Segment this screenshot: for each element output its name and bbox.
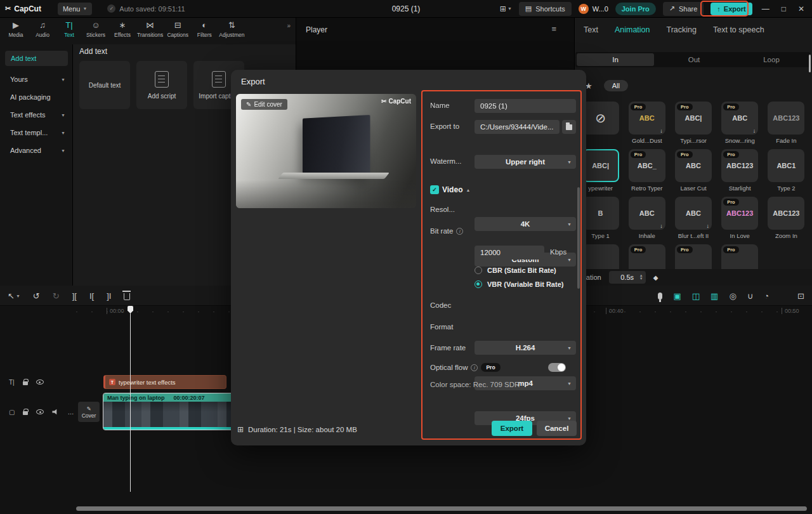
split-icon[interactable]: ][ bbox=[72, 291, 77, 301]
tab-text-to-speech[interactable]: Text to speech bbox=[713, 25, 764, 34]
subtab-loop[interactable]: Loop bbox=[733, 52, 810, 67]
player-menu-icon[interactable]: ≡ bbox=[551, 24, 556, 34]
animation-item[interactable]: ABC↓ Inhale bbox=[626, 197, 668, 239]
visibility-icon[interactable] bbox=[36, 409, 44, 414]
keyframe-icon[interactable]: ◆ bbox=[653, 274, 658, 281]
record-voiceover-icon[interactable] bbox=[658, 293, 662, 300]
delete-left-icon[interactable]: I[ bbox=[89, 291, 94, 301]
cover-button[interactable]: ✎ Cover bbox=[78, 402, 100, 422]
cbr-radio-row[interactable]: CBR (Static Bit Rate) bbox=[475, 267, 556, 274]
watermark-dropdown[interactable]: Upper right ▼ bbox=[475, 155, 576, 169]
animation-item-partial[interactable]: Pro bbox=[626, 244, 668, 269]
zoom-fit-icon[interactable]: ⊡ bbox=[797, 291, 804, 301]
share-button[interactable]: ↗ Share bbox=[663, 2, 704, 16]
animation-item[interactable]: ProABC↓ Snow...ring bbox=[719, 102, 761, 144]
animation-item[interactable]: ABC1 Type 2 bbox=[765, 149, 807, 192]
rail-item-text-effects[interactable]: Text effects▼ bbox=[0, 107, 73, 123]
cbr-radio[interactable] bbox=[475, 267, 482, 274]
topbar: ✂ CapCut Menu ▼ ✓ Auto saved: 09:51:11 0… bbox=[0, 0, 812, 18]
auto-snap-icon[interactable]: ◫ bbox=[692, 291, 700, 301]
close-button[interactable]: ✕ bbox=[796, 4, 807, 13]
maximize-button[interactable]: □ bbox=[779, 4, 789, 13]
delete-icon[interactable] bbox=[124, 291, 130, 300]
linking-icon[interactable]: ▥ bbox=[710, 291, 718, 301]
subtab-in[interactable]: In bbox=[577, 53, 654, 66]
duration-stepper[interactable]: 0.5s ▲▼ bbox=[609, 271, 646, 284]
menu-button[interactable]: Menu ▼ bbox=[58, 3, 92, 15]
collapse-caret-icon[interactable]: ▲ bbox=[466, 188, 470, 192]
resolution-dropdown[interactable]: 4K ▼ bbox=[475, 217, 576, 231]
tab-tracking[interactable]: Tracking bbox=[667, 25, 697, 34]
edit-cover-button[interactable]: ✎ Edit cover bbox=[241, 99, 287, 110]
animation-item[interactable]: ABC123 Fade In bbox=[765, 102, 807, 144]
animation-item[interactable]: ProABC123 In Love bbox=[719, 197, 761, 239]
add-text-button[interactable]: Add text bbox=[5, 51, 68, 66]
name-input[interactable] bbox=[475, 99, 576, 113]
animation-item[interactable]: ABC↓ Blur t...eft II bbox=[672, 197, 714, 239]
animation-item[interactable]: ProABC↓ Gold...Dust bbox=[626, 102, 668, 144]
rail-item-ai-packaging[interactable]: AI packaging bbox=[0, 89, 73, 105]
cancel-button[interactable]: Cancel bbox=[537, 421, 577, 436]
dialog-scrollbar[interactable] bbox=[577, 187, 580, 289]
visibility-icon[interactable] bbox=[36, 379, 44, 385]
animation-item[interactable]: ABC123 Zoom In bbox=[765, 197, 807, 239]
delete-right-icon[interactable]: ]I bbox=[107, 291, 111, 301]
render-gauge-icon[interactable]: ◔ bbox=[764, 291, 769, 301]
animation-item-partial[interactable]: Pro bbox=[672, 244, 714, 269]
undo-icon[interactable]: ↺ bbox=[33, 291, 40, 301]
optical-flow-toggle[interactable] bbox=[548, 363, 566, 372]
add-script-card[interactable]: Add script bbox=[136, 61, 187, 109]
preview-axis-icon[interactable]: ◎ bbox=[729, 291, 736, 301]
lock-icon[interactable] bbox=[23, 411, 28, 415]
right-panel-scrollbar[interactable] bbox=[809, 55, 811, 72]
rail-item-advanced[interactable]: Advanced▼ bbox=[0, 142, 73, 159]
tab-stickers[interactable]: ☺Stickers bbox=[82, 21, 109, 38]
export-confirm-button[interactable]: Export bbox=[492, 421, 532, 436]
tab-captions[interactable]: ⊟Captions bbox=[164, 21, 191, 38]
rail-item-text-templates[interactable]: Text templ...▼ bbox=[0, 124, 73, 141]
lock-icon[interactable] bbox=[23, 381, 28, 385]
magnet-icon[interactable]: ∪ bbox=[747, 291, 754, 301]
tab-media[interactable]: ▶Media bbox=[3, 21, 29, 38]
user-name[interactable]: W...0 bbox=[593, 5, 608, 13]
animation-item[interactable]: ProABC| Typi...rsor bbox=[672, 102, 714, 144]
vbr-radio-row[interactable]: VBR (Variable Bit Rate) bbox=[475, 280, 563, 288]
redo-icon[interactable]: ↻ bbox=[53, 291, 60, 301]
browse-folder-button[interactable] bbox=[562, 120, 576, 134]
animation-item[interactable]: ProABC Laser Cut bbox=[672, 149, 714, 192]
select-tool-icon[interactable]: ↖▼ bbox=[8, 291, 20, 301]
shortcuts-button[interactable]: ▤ Shortcuts bbox=[519, 2, 572, 16]
animation-item[interactable]: ProABC_ Retro Typer bbox=[626, 149, 668, 192]
filter-all-chip[interactable]: All bbox=[604, 80, 628, 91]
tab-filters[interactable]: ◐Filters bbox=[191, 21, 218, 38]
expand-tabs-icon[interactable]: » bbox=[287, 21, 294, 29]
layout-switch-icon[interactable]: ⊞▼ bbox=[500, 4, 512, 13]
minimize-button[interactable]: — bbox=[759, 4, 772, 13]
animation-item-partial[interactable]: Pro bbox=[719, 244, 761, 269]
timeline-horizontal-scrollbar[interactable] bbox=[76, 506, 807, 511]
tab-transitions[interactable]: ⋈Transitions bbox=[136, 21, 164, 38]
tab-adjustment[interactable]: ⇅Adjustmen bbox=[218, 21, 246, 38]
subtab-out[interactable]: Out bbox=[655, 52, 733, 67]
join-pro-button[interactable]: Join Pro bbox=[615, 3, 656, 15]
tab-text[interactable]: T|Text bbox=[56, 21, 82, 38]
default-text-card[interactable]: Default text bbox=[79, 61, 130, 109]
animation-item[interactable]: ProABC123 Starlight bbox=[719, 149, 761, 192]
export-button[interactable]: ↑ Export bbox=[710, 3, 752, 15]
rail-item-yours[interactable]: Yours▼ bbox=[0, 71, 73, 88]
main-track-magnet-icon[interactable]: ▣ bbox=[673, 291, 681, 301]
more-options-icon[interactable]: … bbox=[67, 409, 74, 416]
codec-dropdown[interactable]: H.264 ▼ bbox=[475, 341, 576, 355]
video-checkbox[interactable]: ✓ bbox=[430, 185, 439, 194]
tab-animation[interactable]: Animation bbox=[615, 25, 650, 34]
tab-effects[interactable]: ∗Effects bbox=[109, 21, 136, 38]
text-clip[interactable]: T typewriter text effects bbox=[103, 375, 226, 389]
mute-icon[interactable] bbox=[52, 409, 59, 415]
tab-audio[interactable]: ♫Audio bbox=[29, 21, 56, 38]
tab-text-settings[interactable]: Text bbox=[584, 25, 598, 34]
bitrate-custom-input[interactable] bbox=[475, 246, 544, 260]
user-avatar[interactable]: W bbox=[579, 4, 589, 14]
vbr-radio[interactable] bbox=[475, 280, 482, 288]
export-path-input[interactable] bbox=[475, 120, 560, 134]
stepper-arrows-icon[interactable]: ▲▼ bbox=[639, 274, 643, 280]
